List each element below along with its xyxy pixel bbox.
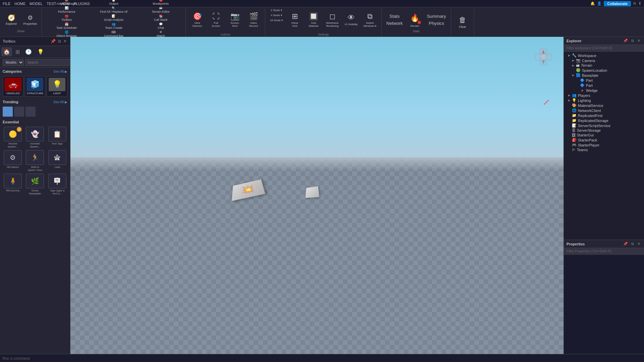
tree-item-teams[interactable]: 🏳 Teams — [564, 147, 644, 152]
toolbox-search-input[interactable] — [25, 59, 70, 66]
clear-button[interactable]: 🗑 Clear — [454, 10, 471, 34]
tree-item-players[interactable]: ▶ 👥 Players — [564, 93, 644, 98]
tree-item-networkclient[interactable]: 🌐 NetworkClient — [564, 108, 644, 113]
serverstorage-label: ServerStorage — [577, 128, 601, 132]
show-grid-button[interactable]: ⊞ ShowGrid — [286, 8, 304, 32]
toolbox-close-btn[interactable]: ✕ — [63, 38, 67, 44]
trending-see-all-btn[interactable]: See All ▶ — [53, 100, 67, 104]
essential-r6-dummy[interactable]: 🧍 R6 Dummy — [3, 174, 23, 195]
scriptservice-label: ServerScriptService — [578, 124, 610, 128]
trend-item-2[interactable] — [14, 107, 24, 117]
tree-item-materialservice[interactable]: 🎨 MaterialService — [564, 103, 644, 108]
tree-item-camera[interactable]: ▶ 📷 Camera — [564, 58, 644, 63]
explorer-float-btn[interactable]: ⧉ — [630, 38, 635, 43]
tree-item-spawnlocation[interactable]: 🟢 SpawnLocation — [564, 68, 644, 73]
chat-btn[interactable]: 💬 Chat — [138, 22, 184, 30]
essential-text-sign[interactable]: 📋 Text Sign — [47, 127, 67, 148]
explorer-pin-btn[interactable]: 📌 — [622, 38, 629, 43]
essential-hd-admin[interactable]: ⚙ HD Admin — [3, 150, 23, 172]
toolbox-float-btn[interactable]: ⧉ — [57, 38, 62, 44]
command-input[interactable] — [3, 356, 641, 360]
summary-btn[interactable]: Summary — [425, 13, 448, 19]
video-record-button[interactable]: 🎬 VideoRecord — [245, 8, 262, 32]
stats-btn[interactable]: Stats — [384, 13, 405, 19]
properties-button[interactable]: ⚙ Properties — [21, 11, 39, 28]
switch-windows-button[interactable]: ⧉ SwitchWindows ▾ — [361, 8, 379, 32]
menu-item-home[interactable]: HOME — [14, 2, 25, 6]
category-vehicles[interactable]: 🚗 VEHICLES — [3, 76, 23, 97]
explorer-button[interactable]: 🧭 Explorer — [3, 11, 20, 28]
tree-item-terrain[interactable]: ▶ 🏔 Terrain — [564, 63, 644, 68]
category-structure[interactable]: 🧊 STRUCTURE — [25, 76, 46, 97]
tree-item-scriptservice[interactable]: 📝 ServerScriptService — [564, 123, 644, 128]
toolbox-tab-home[interactable]: 🏠 — [1, 47, 12, 56]
essential-invisible-spawn[interactable]: 👻 InvisibleSpawn... — [25, 127, 45, 148]
screen-shot-icon: 📷 — [230, 12, 239, 21]
menu-item-model[interactable]: MODEL — [30, 2, 43, 6]
4-studs-btn[interactable]: 4 Studs ▾ — [268, 13, 285, 17]
tree-item-wedge[interactable]: 🔺 Wedge — [564, 88, 644, 93]
menu-item-file[interactable]: FILE — [3, 2, 10, 6]
tree-item-replicatedfirst[interactable]: 📁 ReplicatedFirst — [564, 113, 644, 118]
tree-item-starterpack[interactable]: 🎒 StarterPack — [564, 137, 644, 142]
team-create-btn[interactable]: 👥 Team Create — [90, 22, 137, 30]
asset-manager-btn[interactable]: 📦 Asset Manager — [43, 0, 90, 6]
essential-shift-sprint[interactable]: 🏃 Shift toSprint / Run — [25, 150, 45, 172]
toolbox-btn[interactable]: 🧰 Toolbox — [43, 14, 90, 22]
tree-item-part2[interactable]: 🔷 Part — [564, 83, 644, 88]
viewport[interactable]: Untitled Game × 💥 — [70, 37, 564, 354]
output-btn[interactable]: 📋 Output — [90, 0, 137, 6]
properties-float-btn[interactable]: ⧉ — [630, 241, 635, 246]
starterpack-label: StarterPack — [578, 138, 597, 142]
toolbox-tab-clock[interactable]: 🕐 — [23, 47, 34, 56]
network-btn[interactable]: Network — [384, 20, 405, 26]
script-analysis-btn[interactable]: 📝 Script Analysis — [90, 14, 137, 22]
settings-icon[interactable]: ⚙ — [633, 1, 636, 6]
toolbox-pin-btn[interactable]: 📌 — [50, 38, 56, 44]
tree-item-serverstorage[interactable]: 🗄 ServerStorage — [564, 128, 644, 133]
task-scheduler-btn[interactable]: 📅 Task Scheduler — [43, 22, 90, 30]
tree-item-replicatedstorage[interactable]: 📁 ReplicatedStorage — [564, 118, 644, 123]
properties-filter-input[interactable] — [564, 248, 644, 255]
essential-neutral-spawn[interactable]: 🟡 ! NeutralSpawn... — [3, 127, 23, 148]
terrain-editor-btn[interactable]: 🏔 Terrain Editor — [138, 6, 184, 14]
categories-see-all-btn[interactable]: See All ▶ — [53, 70, 67, 73]
grid-material-button[interactable]: 🔲 GridMaterial — [305, 8, 322, 32]
tree-item-lighting[interactable]: ▶ 💡 Lighting — [564, 98, 644, 103]
find-replace-btn[interactable]: 🔍 Find All / Replace All — [90, 6, 137, 14]
toolbox-tab-grid[interactable]: ⊞ — [13, 47, 22, 56]
tree-item-startergui[interactable]: 🖼 StarterGui — [564, 133, 644, 137]
explorer-close-btn[interactable]: ✕ — [636, 38, 641, 43]
sign-label: Sign (type atext in... — [50, 189, 64, 195]
collaborate-button[interactable]: Collaborate — [604, 1, 631, 6]
view-selector-button[interactable]: 🎯 ViewSelector — [189, 8, 206, 32]
properties-pin-btn[interactable]: 📌 — [622, 241, 629, 246]
ui-visibility-button[interactable]: 👁 UI Visibility — [342, 8, 360, 32]
essential-grass-baseplate[interactable]: 🌿 GrassBaseplate — [25, 174, 45, 195]
wireframe-button[interactable]: ◻ WireframeRendering — [324, 8, 341, 32]
tree-item-baseplate[interactable]: ▶ 🟦 Baseplate — [564, 73, 644, 78]
full-screen-button[interactable]: ⛶ FullScreen — [207, 8, 225, 32]
tree-item-workspace[interactable]: ▶ 🔧 Workspace — [564, 53, 644, 58]
essential-sign[interactable]: 🪧 Sign (type atext in... — [47, 174, 67, 195]
toolbox-tab-bulb[interactable]: 💡 — [35, 47, 46, 56]
properties-close-btn[interactable]: ✕ — [636, 241, 641, 246]
breakpoints-btn[interactable]: 🔴 Breakpoints — [138, 0, 184, 6]
performance-btn[interactable]: 📊 Performance — [43, 6, 90, 14]
trend-item-1[interactable] — [3, 107, 13, 117]
2-studs-btn[interactable]: 2 Studs ▾ — [268, 8, 285, 12]
share-icon[interactable]: ⬆ — [638, 1, 641, 6]
essential-road[interactable]: 🛣 road — [47, 150, 67, 172]
render-btn[interactable]: 🔥 Render — [407, 11, 423, 28]
models-dropdown[interactable]: Models — [3, 59, 24, 66]
physics-btn[interactable]: Physics — [425, 20, 448, 26]
tree-item-part1[interactable]: 🔷 Part — [564, 78, 644, 83]
explorer-filter-input[interactable] — [564, 45, 644, 52]
category-light[interactable]: 💡 LIGHT — [47, 76, 67, 97]
trend-item-3[interactable] — [25, 107, 36, 117]
16-studs-btn[interactable]: 16 Studs ▾ — [268, 18, 285, 22]
call-stack-btn[interactable]: 📚 Call Stack — [138, 14, 184, 22]
light-thumb: 💡 — [49, 78, 65, 91]
tree-item-starterplayer[interactable]: 🎮 StarterPlayer — [564, 142, 644, 147]
screen-shot-button[interactable]: 📷 ScreenShot — [226, 8, 244, 32]
